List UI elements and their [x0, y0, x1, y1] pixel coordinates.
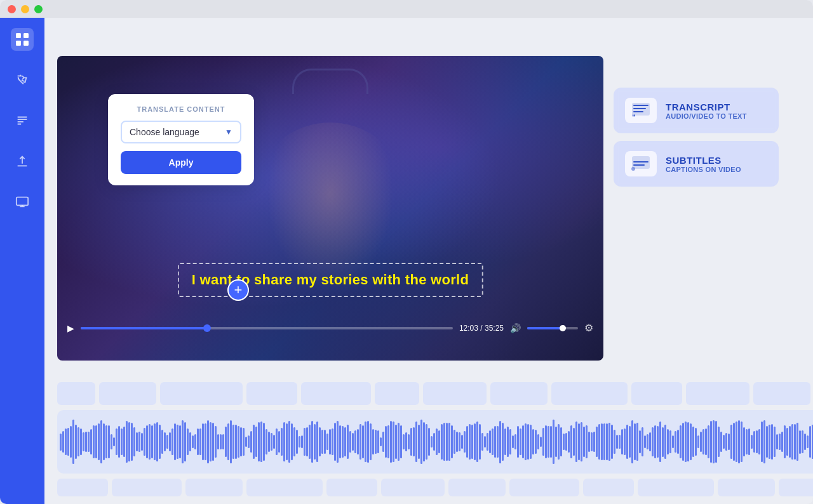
- waveform-bar: [758, 429, 760, 454]
- sidebar-item-translate[interactable]: [11, 69, 34, 91]
- timeline-clip[interactable]: [490, 382, 548, 405]
- timeline-clip[interactable]: [375, 382, 419, 405]
- play-button[interactable]: ▶: [67, 323, 74, 333]
- waveform-bar: [235, 425, 237, 459]
- minimize-button[interactable]: [21, 5, 29, 13]
- waveform-bar: [138, 432, 140, 452]
- waveform-bar: [426, 424, 427, 459]
- add-subtitle-button[interactable]: +: [227, 279, 249, 301]
- sidebar-item-screen[interactable]: [11, 190, 34, 213]
- waveform-bar: [725, 433, 727, 451]
- timeline-clip[interactable]: [160, 382, 243, 405]
- svg-rect-11: [633, 161, 648, 162]
- waveform-bar: [70, 426, 72, 458]
- bottom-clip[interactable]: [112, 479, 182, 496]
- waveform-bar: [428, 428, 430, 456]
- app-body: DOWNLOAD I want to share my stories with…: [0, 18, 813, 504]
- waveform-bar: [791, 424, 793, 460]
- waveform-bar: [141, 433, 143, 451]
- waveform-bar: [342, 426, 344, 458]
- bottom-clip[interactable]: [638, 479, 714, 496]
- waveform-bar: [278, 431, 280, 453]
- timeline-clip[interactable]: [686, 382, 749, 405]
- bottom-clip[interactable]: [583, 479, 634, 496]
- waveform-bar: [738, 420, 740, 463]
- timeline-clip[interactable]: [631, 382, 682, 405]
- waveform-bar: [309, 425, 311, 459]
- waveform-bar: [723, 435, 725, 448]
- close-button[interactable]: [8, 5, 16, 13]
- waveform-bar: [471, 425, 473, 459]
- waveform-bar: [319, 427, 321, 456]
- waveform-bar: [573, 428, 575, 456]
- timeline-clip[interactable]: [99, 382, 156, 405]
- apply-button[interactable]: Apply: [121, 151, 241, 174]
- waveform-bar: [245, 437, 247, 447]
- waveform-bar: [789, 426, 791, 458]
- language-select[interactable]: Choose language ▼: [121, 121, 241, 143]
- transcript-card-text: TRANSCRIPT AUDIO/VIDEO TO TEXT: [666, 102, 747, 120]
- waveform-bar: [636, 423, 638, 461]
- waveform-bar: [774, 427, 776, 458]
- waveform-bar: [174, 423, 176, 461]
- progress-track[interactable]: [81, 327, 453, 329]
- timeline-clip[interactable]: [753, 382, 810, 405]
- bottom-clip[interactable]: [718, 479, 775, 496]
- waveform-bar: [720, 432, 722, 452]
- bottom-clip[interactable]: [509, 479, 579, 496]
- waveform-bar: [382, 432, 384, 451]
- waveform-bar: [522, 425, 524, 458]
- waveform-bar: [469, 424, 471, 459]
- timeline-clip[interactable]: [423, 382, 487, 405]
- bottom-clip[interactable]: [246, 479, 323, 496]
- waveform-bar: [568, 431, 570, 453]
- waveform-bar: [446, 423, 448, 460]
- waveform-bar: [380, 437, 382, 447]
- transcript-card[interactable]: ❝ TRANSCRIPT AUDIO/VIDEO TO TEXT: [614, 88, 779, 133]
- timeline-clip[interactable]: [246, 382, 297, 405]
- maximize-button[interactable]: [34, 5, 43, 13]
- waveform-bar: [281, 428, 283, 456]
- sidebar-item-grid[interactable]: [11, 28, 34, 51]
- timeline-clip[interactable]: [551, 382, 628, 405]
- waveform-bar: [159, 425, 161, 458]
- waveform-container[interactable]: [57, 410, 813, 474]
- sidebar-item-text[interactable]: [11, 109, 34, 132]
- timeline-clip[interactable]: [301, 382, 371, 405]
- waveform-bar: [408, 434, 410, 449]
- waveform-bar: [771, 424, 773, 460]
- waveform-bar: [296, 430, 298, 454]
- waveform-bar: [690, 423, 692, 460]
- waveform-bar: [548, 426, 549, 458]
- waveform-bar: [461, 435, 463, 448]
- subtitles-card[interactable]: SUBTITLES CAPTIONS ON VIDEO: [614, 141, 779, 187]
- bottom-clip[interactable]: [381, 479, 445, 496]
- bottom-clip[interactable]: [185, 479, 243, 496]
- waveform-bar: [311, 421, 313, 463]
- waveform-bar: [626, 425, 628, 459]
- waveform-bar: [349, 431, 351, 453]
- waveform-bar: [293, 427, 295, 456]
- timeline-clip[interactable]: [57, 382, 95, 405]
- waveform-bar: [415, 421, 417, 462]
- waveform-bar: [431, 436, 433, 448]
- waveform-bar: [677, 430, 679, 454]
- waveform-bar: [156, 422, 158, 461]
- bottom-clip[interactable]: [779, 479, 813, 496]
- sidebar-item-upload[interactable]: [11, 150, 34, 173]
- settings-icon[interactable]: ⚙: [584, 322, 593, 334]
- subtitles-title: SUBTITLES: [666, 155, 741, 166]
- waveform-bar: [169, 432, 171, 451]
- volume-track[interactable]: [527, 327, 578, 329]
- waveform-bar: [748, 428, 750, 455]
- waveform-bar: [161, 430, 163, 453]
- bottom-clip[interactable]: [57, 479, 108, 496]
- bottom-clip[interactable]: [448, 479, 506, 496]
- waveform-bar: [126, 421, 128, 463]
- waveform-bar: [591, 432, 593, 451]
- waveform-bar: [583, 427, 585, 457]
- waveform-bar: [535, 430, 537, 454]
- bottom-clip[interactable]: [326, 479, 377, 496]
- topbar: DOWNLOAD: [44, 18, 813, 56]
- waveform-bar: [121, 428, 123, 456]
